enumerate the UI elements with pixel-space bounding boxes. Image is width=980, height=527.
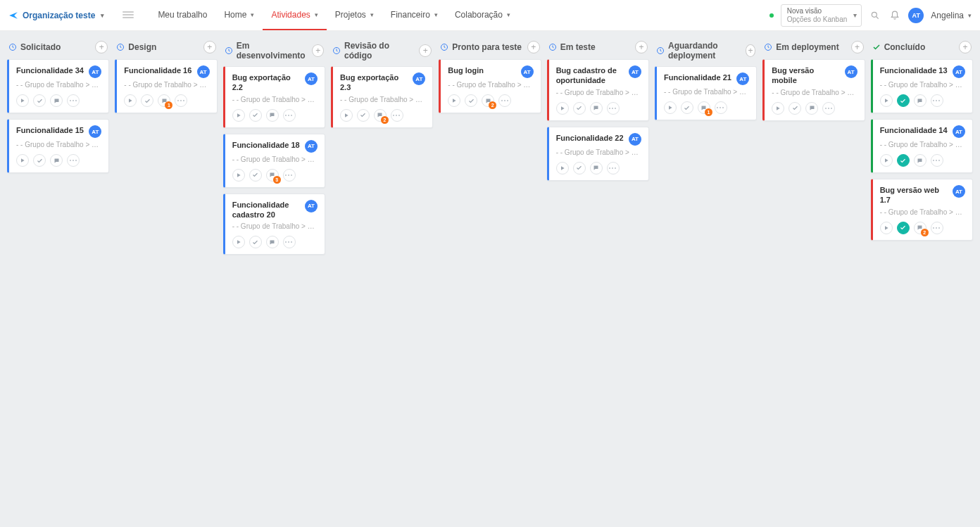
comment-button[interactable] bbox=[590, 162, 603, 174]
comment-button[interactable] bbox=[50, 94, 63, 107]
comment-button[interactable]: 2 bbox=[914, 222, 926, 234]
nav-link-2[interactable]: Atividades▾ bbox=[263, 0, 326, 30]
nav-link-1[interactable]: Home▾ bbox=[215, 0, 263, 30]
comment-button[interactable] bbox=[805, 102, 818, 115]
play-button[interactable] bbox=[880, 222, 893, 234]
more-button[interactable]: ⋯ bbox=[67, 94, 80, 107]
user-avatar[interactable]: AT bbox=[908, 8, 924, 23]
play-button[interactable] bbox=[772, 102, 784, 115]
more-button[interactable]: ⋯ bbox=[715, 101, 727, 114]
assignee-avatar[interactable]: AT bbox=[629, 65, 641, 78]
check-button[interactable] bbox=[33, 94, 46, 107]
check-button[interactable] bbox=[141, 94, 153, 107]
check-button[interactable] bbox=[897, 94, 910, 107]
play-button[interactable] bbox=[664, 101, 677, 114]
add-card-button[interactable]: + bbox=[851, 41, 864, 53]
add-card-button[interactable]: + bbox=[959, 41, 972, 53]
more-button[interactable]: ⋯ bbox=[283, 109, 296, 122]
nav-link-4[interactable]: Financeiro▾ bbox=[382, 0, 446, 30]
more-button[interactable]: ⋯ bbox=[283, 169, 296, 182]
kanban-card[interactable]: Funcionalidade 18AT- - Grupo de Trabalho… bbox=[223, 134, 325, 188]
check-button[interactable] bbox=[357, 109, 370, 122]
kanban-card[interactable]: Bug versão mobileAT- - Grupo de Trabalho… bbox=[762, 59, 865, 121]
comment-button[interactable]: 2 bbox=[482, 94, 494, 107]
comment-button[interactable]: 1 bbox=[158, 94, 170, 107]
more-button[interactable]: ⋯ bbox=[607, 102, 620, 115]
user-menu[interactable]: Angelina ▾ bbox=[931, 11, 972, 20]
add-card-button[interactable]: + bbox=[312, 44, 324, 57]
comment-button[interactable]: 2 bbox=[374, 109, 387, 122]
kanban-card[interactable]: Funcionalidade cadastro 20AT- - Grupo de… bbox=[223, 193, 325, 255]
kanban-card[interactable]: Funcionalidade 13AT- - Grupo de Trabalho… bbox=[871, 59, 973, 113]
assignee-avatar[interactable]: AT bbox=[197, 65, 210, 78]
play-button[interactable] bbox=[232, 169, 245, 182]
play-button[interactable] bbox=[556, 102, 569, 115]
more-button[interactable]: ⋯ bbox=[175, 94, 187, 107]
check-button[interactable] bbox=[573, 162, 586, 174]
play-button[interactable] bbox=[232, 236, 245, 248]
menu-icon[interactable] bbox=[122, 11, 134, 20]
kanban-card[interactable]: Bug loginAT- - Grupo de Trabalho > 2. De… bbox=[439, 59, 541, 113]
assignee-avatar[interactable]: AT bbox=[305, 72, 318, 85]
check-button[interactable] bbox=[897, 222, 910, 234]
search-icon[interactable] bbox=[869, 9, 881, 22]
kanban-card[interactable]: Funcionalidade 15AT- - Grupo de Trabalho… bbox=[7, 119, 109, 173]
comment-button[interactable]: 3 bbox=[266, 169, 279, 182]
view-selector[interactable]: Nova visão Opções do Kanban bbox=[781, 4, 862, 27]
more-button[interactable]: ⋯ bbox=[931, 154, 943, 167]
play-button[interactable] bbox=[124, 94, 137, 107]
comment-button[interactable]: 1 bbox=[698, 101, 710, 114]
check-button[interactable] bbox=[681, 101, 693, 114]
check-button[interactable] bbox=[249, 236, 262, 248]
kanban-card[interactable]: Funcionalidade 14AT- - Grupo de Trabalho… bbox=[871, 119, 973, 173]
assignee-avatar[interactable]: AT bbox=[521, 65, 534, 78]
more-button[interactable]: ⋯ bbox=[931, 222, 943, 234]
assignee-avatar[interactable]: AT bbox=[413, 72, 425, 85]
assignee-avatar[interactable]: AT bbox=[736, 72, 749, 85]
comment-button[interactable] bbox=[50, 154, 63, 167]
assignee-avatar[interactable]: AT bbox=[629, 133, 641, 146]
more-button[interactable]: ⋯ bbox=[67, 154, 80, 167]
check-button[interactable] bbox=[465, 94, 477, 107]
check-button[interactable] bbox=[789, 102, 801, 115]
assignee-avatar[interactable]: AT bbox=[89, 125, 101, 138]
nav-link-0[interactable]: Meu trabalho bbox=[149, 0, 215, 30]
more-button[interactable]: ⋯ bbox=[822, 102, 835, 115]
comment-button[interactable] bbox=[914, 94, 926, 107]
add-card-button[interactable]: + bbox=[635, 41, 648, 53]
add-card-button[interactable]: + bbox=[746, 44, 756, 57]
kanban-card[interactable]: Bug cadastro de oportunidadeAT- - Grupo … bbox=[547, 59, 649, 121]
comment-button[interactable] bbox=[266, 236, 279, 248]
kanban-card[interactable]: Bug exportação 2.2AT- - Grupo de Trabalh… bbox=[223, 66, 325, 128]
check-button[interactable] bbox=[33, 154, 46, 167]
assignee-avatar[interactable]: AT bbox=[953, 185, 965, 198]
comment-button[interactable] bbox=[914, 154, 926, 167]
kanban-card[interactable]: Funcionalidade 16AT- - Grupo de Trabalho… bbox=[115, 59, 217, 113]
kanban-card[interactable]: Funcionalidade 34AT- - Grupo de Trabalho… bbox=[7, 59, 109, 113]
play-button[interactable] bbox=[448, 94, 460, 107]
play-button[interactable] bbox=[340, 109, 353, 122]
more-button[interactable]: ⋯ bbox=[283, 236, 296, 248]
add-card-button[interactable]: + bbox=[95, 41, 108, 53]
assignee-avatar[interactable]: AT bbox=[953, 65, 965, 78]
org-selector[interactable]: Organização teste ▾ bbox=[8, 11, 104, 20]
assignee-avatar[interactable]: AT bbox=[953, 125, 965, 138]
kanban-card[interactable]: Funcionalidade 22AT- - Grupo de Trabalho… bbox=[547, 127, 649, 181]
play-button[interactable] bbox=[880, 94, 893, 107]
play-button[interactable] bbox=[16, 154, 29, 167]
add-card-button[interactable]: + bbox=[203, 41, 216, 53]
more-button[interactable]: ⋯ bbox=[931, 94, 943, 107]
add-card-button[interactable]: + bbox=[527, 41, 540, 53]
add-card-button[interactable]: + bbox=[419, 44, 432, 57]
nav-link-5[interactable]: Colaboração▾ bbox=[446, 0, 519, 30]
comment-button[interactable] bbox=[266, 109, 279, 122]
bell-icon[interactable] bbox=[888, 9, 901, 22]
kanban-card[interactable]: Funcionalidade 21AT- - Grupo de Trabalho… bbox=[655, 66, 757, 120]
kanban-card[interactable]: Bug exportação 2.3AT- - Grupo de Trabalh… bbox=[331, 66, 433, 128]
check-button[interactable] bbox=[897, 154, 910, 167]
play-button[interactable] bbox=[16, 94, 29, 107]
assignee-avatar[interactable]: AT bbox=[305, 200, 318, 212]
more-button[interactable]: ⋯ bbox=[391, 109, 403, 122]
more-button[interactable]: ⋯ bbox=[498, 94, 511, 107]
assignee-avatar[interactable]: AT bbox=[89, 65, 101, 78]
